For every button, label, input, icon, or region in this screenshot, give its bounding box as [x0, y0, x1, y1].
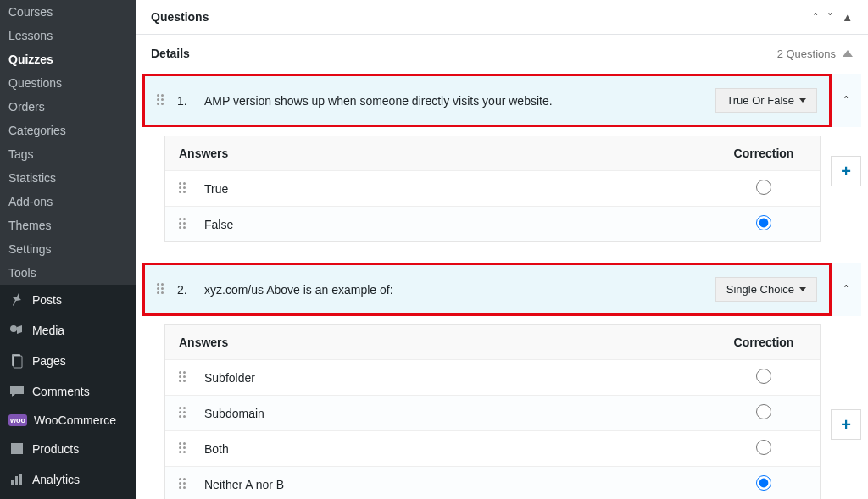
drag-handle-icon[interactable]: [179, 182, 189, 196]
sidebar-main-woocommerce[interactable]: woo WooCommerce: [0, 407, 136, 434]
drag-handle-icon[interactable]: [157, 94, 167, 108]
question-type-dropdown[interactable]: Single Choice: [715, 277, 817, 302]
answers-table-2: Answers Correction Subfolder Subdomain: [164, 324, 821, 499]
main-content: Questions ˄ ˅ ▲ Details 2 Questions 1. A…: [136, 0, 868, 499]
drag-handle-icon[interactable]: [179, 478, 189, 491]
drag-handle-icon[interactable]: [157, 283, 167, 297]
sidebar-main-pages[interactable]: Pages: [0, 346, 136, 376]
sidebar-main-marketing[interactable]: Marketing: [0, 495, 136, 499]
details-title: Details: [151, 47, 190, 60]
answer-text[interactable]: Subfolder: [199, 371, 721, 385]
sidebar-item-questions[interactable]: Questions: [0, 71, 136, 95]
sidebar-item-themes[interactable]: Themes: [0, 213, 136, 237]
answer-text[interactable]: False: [199, 218, 721, 231]
answer-text[interactable]: True: [199, 182, 721, 196]
question-count-label: 2 Questions: [777, 47, 836, 60]
box-icon: [8, 441, 25, 457]
sidebar-item-addons[interactable]: Add-ons: [0, 190, 136, 213]
move-down-icon[interactable]: ˅: [827, 11, 833, 24]
svg-point-0: [10, 325, 17, 332]
correction-column-label: Correction: [721, 335, 806, 349]
sidebar-item-categories[interactable]: Categories: [0, 119, 136, 142]
drag-handle-icon[interactable]: [179, 218, 189, 231]
collapse-icon[interactable]: ▲: [842, 11, 853, 24]
woo-icon: woo: [8, 414, 27, 426]
svg-rect-2: [14, 356, 22, 368]
question-block-1: 1. AMP version shows up when someone dir…: [142, 74, 861, 242]
svg-rect-7: [19, 474, 22, 485]
answers-column-label: Answers: [179, 335, 721, 349]
question-type-label: Single Choice: [726, 283, 794, 296]
move-up-icon[interactable]: ˄: [813, 11, 819, 24]
sidebar-submenu: Courses Lessons Quizzes Questions Orders…: [0, 0, 136, 285]
sidebar-main-media[interactable]: Media: [0, 315, 136, 346]
answer-text[interactable]: Subdomain: [199, 407, 721, 420]
question-type-dropdown[interactable]: True Or False: [715, 88, 817, 113]
svg-rect-4: [11, 443, 23, 446]
svg-rect-6: [15, 476, 18, 485]
answer-row: Subdomain: [165, 396, 820, 431]
sidebar-main-label: Comments: [32, 385, 90, 398]
media-icon: [8, 322, 25, 339]
answers-column-label: Answers: [179, 147, 721, 160]
sidebar-item-courses[interactable]: Courses: [0, 0, 136, 24]
sidebar-main-products[interactable]: Products: [0, 434, 136, 464]
drag-handle-icon[interactable]: [179, 371, 189, 385]
sidebar-item-statistics[interactable]: Statistics: [0, 166, 136, 190]
sidebar-main-label: Products: [32, 442, 79, 456]
details-header: Details 2 Questions: [136, 35, 868, 69]
question-text[interactable]: AMP version shows up when someone direct…: [198, 94, 715, 108]
question-count: 2 Questions: [777, 47, 853, 60]
chevron-down-icon: [799, 287, 806, 291]
sidebar-item-lessons[interactable]: Lessons: [0, 24, 136, 47]
question-text[interactable]: xyz.com/us Above is an example of:: [198, 283, 715, 297]
question-block-2: 2. xyz.com/us Above is an example of: Si…: [142, 263, 861, 499]
svg-rect-3: [11, 446, 23, 454]
answer-row: Both: [165, 431, 820, 467]
answer-text[interactable]: Neither A nor B: [199, 478, 721, 491]
sidebar-main-analytics[interactable]: Analytics: [0, 464, 136, 495]
question-number: 1.: [177, 94, 198, 108]
correction-radio[interactable]: [756, 215, 771, 230]
question-number: 2.: [177, 283, 198, 297]
svg-rect-5: [11, 480, 14, 485]
panel-header: Questions ˄ ˅ ▲: [136, 0, 868, 35]
answer-row: Neither A nor B: [165, 467, 820, 499]
correction-radio[interactable]: [756, 404, 771, 419]
question-type-label: True Or False: [726, 94, 794, 107]
answer-text[interactable]: Both: [199, 442, 721, 456]
pin-icon: [8, 291, 25, 308]
add-answer-button[interactable]: +: [831, 156, 861, 186]
answer-row: True: [165, 171, 820, 207]
sort-up-icon[interactable]: [843, 50, 853, 57]
sidebar-main-label: Pages: [32, 354, 66, 368]
chevron-down-icon: [799, 98, 806, 103]
correction-radio[interactable]: [756, 440, 771, 455]
sidebar-item-tags[interactable]: Tags: [0, 142, 136, 166]
comment-icon: [8, 383, 25, 400]
collapse-question-button[interactable]: ˄: [832, 74, 861, 127]
sidebar-item-orders[interactable]: Orders: [0, 95, 136, 119]
correction-radio[interactable]: [756, 369, 771, 384]
sidebar-item-settings[interactable]: Settings: [0, 237, 136, 261]
sidebar-main-label: Analytics: [32, 473, 80, 486]
add-answer-button[interactable]: +: [831, 409, 861, 440]
sidebar-item-tools[interactable]: Tools: [0, 261, 136, 285]
answer-row: False: [165, 207, 820, 241]
correction-column-label: Correction: [721, 147, 806, 160]
drag-handle-icon[interactable]: [179, 407, 189, 420]
chart-icon: [8, 471, 25, 488]
sidebar-main-label: WooCommerce: [34, 413, 116, 427]
question-header-2[interactable]: 2. xyz.com/us Above is an example of: Si…: [142, 263, 832, 316]
collapse-question-button[interactable]: ˄: [832, 263, 861, 316]
sidebar-main-comments[interactable]: Comments: [0, 376, 136, 407]
correction-radio[interactable]: [756, 180, 771, 195]
answer-row: Subfolder: [165, 360, 820, 396]
drag-handle-icon[interactable]: [179, 442, 189, 456]
question-header-1[interactable]: 1. AMP version shows up when someone dir…: [142, 74, 832, 127]
correction-radio[interactable]: [756, 475, 771, 491]
admin-sidebar: Courses Lessons Quizzes Questions Orders…: [0, 0, 136, 499]
sidebar-main-label: Posts: [32, 293, 62, 307]
sidebar-main-posts[interactable]: Posts: [0, 285, 136, 315]
sidebar-item-quizzes[interactable]: Quizzes: [0, 47, 136, 71]
